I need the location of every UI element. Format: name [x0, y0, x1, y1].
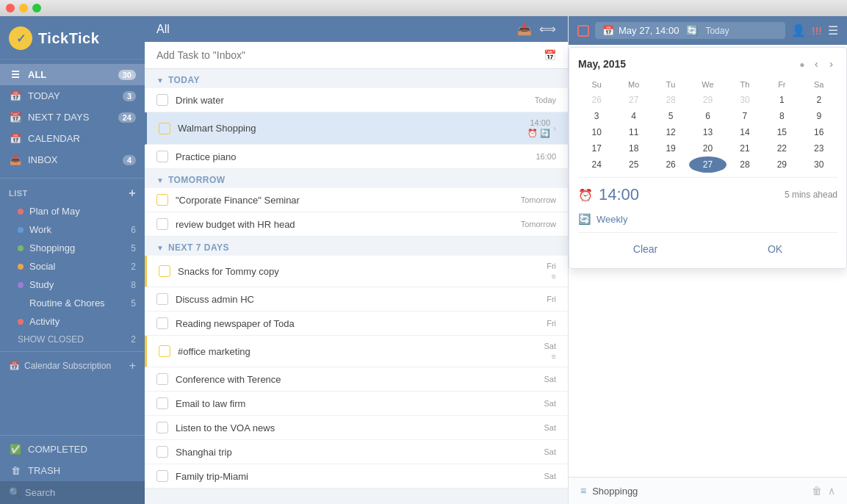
right-panel-menu-icon[interactable]: ☰ — [828, 24, 838, 37]
task-item-snacks[interactable]: Snacks for Tommy copy Fri ≡ — [145, 256, 568, 287]
task-checkbox-family[interactable] — [156, 470, 168, 482]
calendar-day-23[interactable]: 23 — [801, 140, 837, 156]
section-header-tomorrow[interactable]: ▼ TOMORROW — [145, 169, 568, 188]
inbox-header-icon[interactable]: 📥 — [517, 22, 532, 36]
task-item-family[interactable]: Family trip-Miami Sat — [145, 464, 568, 489]
calendar-subscription-item[interactable]: 📅 Calendar Subscription + — [0, 355, 145, 377]
show-closed-item[interactable]: SHOW CLOSED 2 — [0, 331, 145, 348]
task-item-walmart[interactable]: Walmart Shopping 14:00 ⏰ 🔄 › — [145, 112, 568, 145]
priority-icon[interactable]: !!! — [812, 25, 822, 37]
add-list-button[interactable]: + — [129, 187, 136, 199]
sort-header-icon[interactable]: ⟺ — [539, 22, 556, 36]
sidebar-item-next7[interactable]: 📆 NEXT 7 DAYS 24 — [0, 107, 145, 128]
calendar-day-1[interactable]: 1 — [763, 92, 800, 108]
task-checkbox-email[interactable] — [156, 397, 168, 409]
calendar-day-30[interactable]: 30 — [801, 156, 837, 173]
task-checkbox-shanghai[interactable] — [156, 446, 168, 458]
calendar-day-17[interactable]: 17 — [578, 140, 615, 156]
add-task-calendar-icon[interactable]: 📅 — [544, 49, 556, 61]
task-checkbox-budget[interactable] — [156, 218, 168, 230]
list-item-shopping[interactable]: Shoppingg 5 — [0, 239, 145, 257]
sidebar-item-today[interactable]: 📅 TODAY 3 — [0, 85, 145, 107]
calendar-day-12[interactable]: 12 — [652, 124, 689, 140]
add-task-input[interactable] — [156, 49, 538, 61]
calendar-day-27[interactable]: 27 — [615, 92, 652, 108]
task-item-admin[interactable]: Discuss admin HC Fri — [145, 287, 568, 312]
calendar-day-30[interactable]: 30 — [727, 92, 763, 108]
list-item-social[interactable]: Social 2 — [0, 257, 145, 276]
task-checkbox-office[interactable] — [159, 345, 170, 357]
calendar-day-29[interactable]: 29 — [689, 92, 726, 108]
task-item-piano[interactable]: Practice piano 16:00 — [145, 145, 568, 169]
task-checkbox-seminar[interactable] — [156, 194, 168, 206]
task-item-voa[interactable]: Listen to the VOA news Sat — [145, 416, 568, 440]
delete-task-icon[interactable]: 🗑 — [812, 485, 822, 497]
sidebar-item-inbox[interactable]: 📥 INBOX 4 — [0, 149, 145, 170]
task-date-badge[interactable]: 📅 May 27, 14:00 🔄 Today — [595, 22, 785, 39]
task-item-shanghai[interactable]: Shanghai trip Sat — [145, 440, 568, 464]
sidebar-item-all[interactable]: ☰ ALL 30 — [0, 64, 145, 85]
calendar-day-6[interactable]: 6 — [689, 108, 726, 124]
task-item-email[interactable]: Email to law firm Sat — [145, 392, 568, 416]
calendar-day-5[interactable]: 5 — [652, 108, 689, 124]
calendar-day-14[interactable]: 14 — [727, 124, 763, 140]
calendar-day-21[interactable]: 21 — [727, 140, 763, 156]
calendar-day-20[interactable]: 20 — [689, 140, 726, 156]
calendar-day-22[interactable]: 22 — [763, 140, 800, 156]
calendar-day-25[interactable]: 25 — [615, 156, 652, 173]
minimize-button[interactable] — [19, 4, 28, 12]
expand-task-icon[interactable]: ∧ — [828, 485, 835, 497]
calendar-day-4[interactable]: 4 — [615, 108, 652, 124]
calendar-day-26[interactable]: 26 — [652, 156, 689, 173]
task-checkbox-admin[interactable] — [156, 293, 168, 305]
task-checkbox-voa[interactable] — [156, 422, 168, 433]
calendar-day-9[interactable]: 9 — [801, 108, 837, 124]
clear-button[interactable]: Clear — [616, 239, 675, 259]
calendar-day-27[interactable]: 27 — [689, 156, 726, 173]
task-priority-checkbox[interactable] — [577, 25, 589, 37]
task-item-reading[interactable]: Reading newspaper of Toda Fri — [145, 312, 568, 336]
calendar-day-10[interactable]: 10 — [578, 124, 615, 140]
sidebar-item-completed[interactable]: ✅ COMPLETED — [0, 439, 145, 460]
calendar-day-24[interactable]: 24 — [578, 156, 615, 173]
calendar-day-18[interactable]: 18 — [615, 140, 652, 156]
calendar-day-7[interactable]: 7 — [727, 108, 763, 124]
list-item-routine[interactable]: Routine & Chores 5 — [0, 294, 145, 312]
list-item-activity[interactable]: Activity — [0, 312, 145, 331]
search-bar[interactable]: 🔍 Search — [0, 481, 145, 504]
task-checkbox-walmart[interactable] — [159, 123, 170, 134]
task-checkbox-drink-water[interactable] — [156, 94, 168, 106]
task-checkbox-snacks[interactable] — [159, 265, 170, 277]
sidebar-item-trash[interactable]: 🗑 TRASH — [0, 460, 145, 481]
list-item-study[interactable]: Study 8 — [0, 276, 145, 294]
maximize-button[interactable] — [32, 4, 41, 12]
section-header-next7[interactable]: ▼ NEXT 7 DAYS — [145, 237, 568, 256]
calendar-day-2[interactable]: 2 — [801, 92, 837, 108]
close-button[interactable] — [6, 4, 15, 12]
add-calendar-sub-button[interactable]: + — [129, 359, 136, 372]
task-item-budget[interactable]: review budget with HR head Tomorrow — [145, 212, 568, 237]
task-item-office[interactable]: #office marketing Sat ≡ — [145, 336, 568, 367]
task-checkbox-reading[interactable] — [156, 317, 168, 329]
list-item-plan-may[interactable]: Plan of May — [0, 202, 145, 220]
calendar-day-16[interactable]: 16 — [801, 124, 837, 140]
calendar-day-26[interactable]: 26 — [578, 92, 615, 108]
sidebar-item-calendar[interactable]: 📅 CALENDAR — [0, 128, 145, 149]
calendar-day-3[interactable]: 3 — [578, 108, 615, 124]
task-checkbox-piano[interactable] — [156, 151, 168, 162]
section-header-today[interactable]: ▼ TODAY — [145, 69, 568, 88]
prev-month-button[interactable]: ‹ — [810, 57, 823, 71]
calendar-day-13[interactable]: 13 — [689, 124, 726, 140]
calendar-day-28[interactable]: 28 — [727, 156, 763, 173]
calendar-day-8[interactable]: 8 — [763, 108, 800, 124]
task-checkbox-conference[interactable] — [156, 373, 168, 385]
task-item-seminar[interactable]: "Corporate Finance" Seminar Tomorrow — [145, 188, 568, 212]
calendar-day-11[interactable]: 11 — [615, 124, 652, 140]
task-item-drink-water[interactable]: Drink water Today — [145, 88, 568, 112]
calendar-day-15[interactable]: 15 — [763, 124, 800, 140]
assignee-icon[interactable]: 👤 — [791, 24, 806, 37]
calendar-day-19[interactable]: 19 — [652, 140, 689, 156]
ok-button[interactable]: OK — [750, 239, 800, 259]
next-month-button[interactable]: › — [825, 57, 837, 71]
calendar-day-28[interactable]: 28 — [652, 92, 689, 108]
